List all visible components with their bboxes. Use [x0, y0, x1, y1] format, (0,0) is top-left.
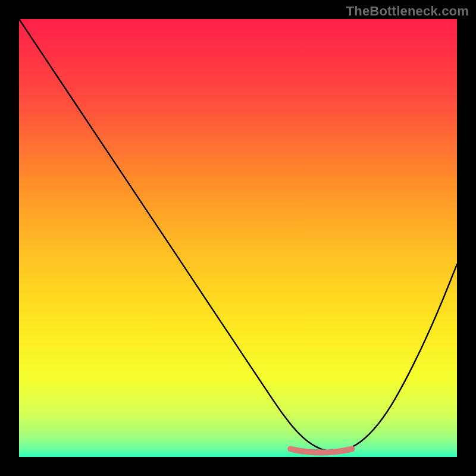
- watermark-text: TheBottleneck.com: [346, 4, 469, 19]
- chart-frame: TheBottleneck.com: [0, 0, 476, 476]
- gradient-background: [19, 19, 457, 457]
- plot-area: [19, 19, 457, 457]
- bottleneck-chart: [19, 19, 457, 457]
